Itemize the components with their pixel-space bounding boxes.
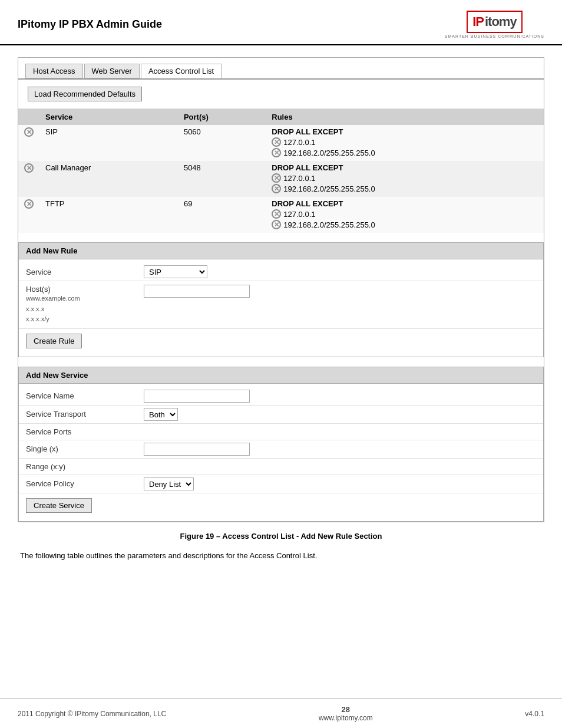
create-service-button[interactable]: Create Service [26, 498, 92, 513]
service-ports-row: Service Ports [19, 424, 543, 440]
rule-entry: ✕127.0.0.1 [272, 209, 538, 219]
main-content: Host Access Web Server Access Control Li… [0, 45, 562, 586]
tab-access-control-list[interactable]: Access Control List [141, 64, 222, 78]
service-name-row: Service Name [19, 387, 543, 406]
host-label: Host(s) www.example.comx.x.x.xx.x.x.x/y [26, 285, 144, 325]
add-new-service-body: Service Name Service Transport BothTCPUD… [19, 384, 543, 521]
port-cell: 5048 [178, 161, 266, 197]
delete-row-icon[interactable]: ✕ [24, 199, 34, 209]
page-title: IPitomy IP PBX Admin Guide [18, 18, 162, 31]
panel-box: Host Access Web Server Access Control Li… [18, 57, 544, 522]
rules-cell: DROP ALL EXCEPT✕127.0.0.1✕192.168.2.0/25… [266, 161, 544, 197]
logo-ip: IP [472, 14, 484, 29]
tab-web-server[interactable]: Web Server [84, 64, 140, 78]
logo-itomy: itomy [485, 14, 517, 29]
service-name-label: Service Name [26, 391, 144, 400]
service-cell: TFTP [39, 197, 178, 233]
rules-cell: DROP ALL EXCEPT✕127.0.0.1✕192.168.2.0/25… [266, 125, 544, 161]
col-service: Service [39, 109, 178, 125]
delete-rule-icon[interactable]: ✕ [272, 173, 281, 183]
add-new-rule-body: Service SIPCall ManagerTFTP Host(s) www.… [19, 259, 543, 357]
host-input[interactable] [144, 285, 250, 298]
delete-rule-icon[interactable]: ✕ [272, 148, 281, 157]
single-port-label: Single (x) [26, 444, 144, 453]
service-select[interactable]: SIPCall ManagerTFTP [144, 265, 207, 278]
delete-rule-icon[interactable]: ✕ [272, 184, 281, 193]
rule-entry: ✕192.168.2.0/255.255.255.0 [272, 220, 538, 229]
rules-table: Service Port(s) Rules ✕SIP5060DROP ALL E… [18, 109, 544, 233]
col-ports: Port(s) [178, 109, 266, 125]
logo-box: IPitomy [467, 11, 522, 33]
service-policy-control: Deny ListAllow List [144, 477, 536, 490]
service-transport-control: BothTCPUDP [144, 408, 536, 421]
add-new-service-header: Add New Service [19, 367, 543, 384]
page-footer: 2011 Copyright © IPitomy Communication, … [0, 699, 562, 728]
port-cell: 69 [178, 197, 266, 233]
service-transport-label: Service Transport [26, 410, 144, 419]
service-policy-label: Service Policy [26, 479, 144, 488]
range-port-row: Range (x:y) [19, 459, 543, 475]
add-new-rule-section: Add New Rule Service SIPCall ManagerTFTP… [18, 242, 544, 357]
page-header: IPitomy IP PBX Admin Guide IPitomy SMART… [0, 0, 562, 45]
service-name-control [144, 390, 536, 403]
logo-subtext: SMARTER BUSINESS COMMUNICATIONS [445, 34, 544, 38]
service-policy-row: Service Policy Deny ListAllow List [19, 475, 543, 493]
delete-row-icon[interactable]: ✕ [24, 127, 34, 137]
logo: IPitomy SMARTER BUSINESS COMMUNICATIONS [445, 11, 544, 38]
port-cell: 5060 [178, 125, 266, 161]
service-label: Service [26, 268, 144, 276]
delete-rule-icon[interactable]: ✕ [272, 220, 281, 229]
footer-center: 28 www.ipitomy.com [319, 705, 373, 722]
rule-entry: ✕127.0.0.1 [272, 137, 538, 147]
service-cell: SIP [39, 125, 178, 161]
single-port-row: Single (x) [19, 440, 543, 459]
rule-entry: ✕192.168.2.0/255.255.255.0 [272, 184, 538, 193]
service-ports-label: Service Ports [26, 427, 144, 436]
footer-website: www.ipitomy.com [319, 714, 373, 722]
service-transport-row: Service Transport BothTCPUDP [19, 406, 543, 424]
rule-entry: ✕127.0.0.1 [272, 173, 538, 183]
rule-entry: ✕192.168.2.0/255.255.255.0 [272, 148, 538, 157]
single-port-input[interactable] [144, 443, 250, 456]
footer-page: 28 [319, 705, 373, 714]
col-rules: Rules [266, 109, 544, 125]
add-new-service-section: Add New Service Service Name Service Tra… [18, 367, 544, 522]
footer-version: v4.0.1 [525, 710, 544, 718]
rule-entry: DROP ALL EXCEPT [272, 163, 538, 172]
create-rule-button[interactable]: Create Rule [26, 334, 82, 348]
body-text: The following table outlines the paramet… [18, 550, 544, 562]
delete-row-icon[interactable]: ✕ [24, 163, 34, 173]
rule-entry: DROP ALL EXCEPT [272, 199, 538, 208]
rules-table-container: Service Port(s) Rules ✕SIP5060DROP ALL E… [18, 109, 544, 233]
delete-rule-icon[interactable]: ✕ [272, 137, 281, 147]
service-name-input[interactable] [144, 390, 250, 403]
range-port-label: Range (x:y) [26, 462, 144, 471]
service-policy-select[interactable]: Deny ListAllow List [144, 477, 194, 490]
host-row: Host(s) www.example.comx.x.x.xx.x.x.x/y [19, 281, 543, 329]
tabs-bar: Host Access Web Server Access Control Li… [18, 58, 544, 80]
service-row: Service SIPCall ManagerTFTP [19, 263, 543, 281]
rules-cell: DROP ALL EXCEPT✕127.0.0.1✕192.168.2.0/25… [266, 197, 544, 233]
create-service-btn-area: Create Service [19, 493, 543, 518]
create-rule-btn-area: Create Rule [19, 329, 543, 353]
footer-copyright: 2011 Copyright © IPitomy Communication, … [18, 710, 166, 718]
host-input-area [144, 285, 536, 298]
figure-caption: Figure 19 – Access Control List - Add Ne… [18, 532, 544, 541]
tab-host-access[interactable]: Host Access [25, 64, 83, 78]
rule-entry: DROP ALL EXCEPT [272, 127, 538, 136]
delete-rule-icon[interactable]: ✕ [272, 209, 281, 219]
defaults-area: Load Recommended Defaults [18, 80, 544, 109]
service-control: SIPCall ManagerTFTP [144, 265, 536, 278]
service-transport-select[interactable]: BothTCPUDP [144, 408, 178, 421]
load-defaults-button[interactable]: Load Recommended Defaults [28, 87, 142, 101]
add-new-rule-header: Add New Rule [19, 243, 543, 259]
single-port-control [144, 443, 536, 456]
col-icon [18, 109, 39, 125]
service-cell: Call Manager [39, 161, 178, 197]
